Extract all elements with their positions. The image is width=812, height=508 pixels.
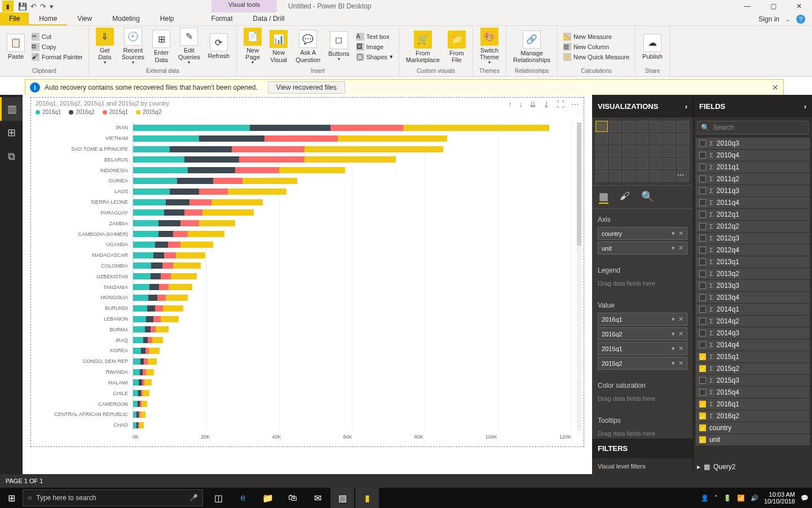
viz-type-icon[interactable] <box>595 158 608 169</box>
bar-row[interactable] <box>133 220 571 226</box>
viz-type-icon[interactable] <box>609 146 621 157</box>
checkbox[interactable] <box>699 152 706 159</box>
from-marketplace-button[interactable]: 🛒From Marketplace <box>403 29 443 64</box>
new-measure-button[interactable]: 📐New Measure <box>561 32 632 41</box>
modeling-tab[interactable]: Modeling <box>102 12 150 25</box>
powerbi-taskbar-icon[interactable]: ▮ <box>355 488 379 508</box>
report-canvas[interactable]: 2016q1, 2016q2, 2015q1 and 2015q2 by cou… <box>23 95 592 474</box>
paste-button[interactable]: 📋Paste <box>3 33 28 61</box>
mic-icon[interactable]: 🎤 <box>189 494 198 502</box>
bar-row[interactable] <box>133 337 571 343</box>
viz-type-icon[interactable] <box>650 146 662 157</box>
new-page-button[interactable]: 📄New Page▾ <box>240 27 265 67</box>
analytics-tab-icon[interactable]: 🔍 <box>641 190 654 204</box>
checkbox[interactable] <box>699 270 706 277</box>
buttons-button[interactable]: ◻Buttons▾ <box>325 30 352 63</box>
field-item[interactable]: Σ2012q4 <box>696 244 810 256</box>
table-query2[interactable]: ▸▦Query2 <box>694 459 812 474</box>
viz-type-icon[interactable] <box>677 146 689 157</box>
from-file-button[interactable]: 📁From File <box>444 29 469 64</box>
checkbox[interactable]: ✓ <box>699 365 706 372</box>
bar-row[interactable] <box>133 189 571 195</box>
viz-type-icon[interactable] <box>636 121 648 132</box>
remove-chip-icon[interactable]: ✕ <box>678 360 683 367</box>
chart-visual[interactable]: 2016q1, 2016q2, 2015q1 and 2015q2 by cou… <box>30 97 584 447</box>
well-placeholder[interactable]: Drag data fields here <box>598 428 687 439</box>
tray-up-icon[interactable]: ˄ <box>714 494 718 502</box>
file-tab[interactable]: File <box>0 12 29 25</box>
checkbox[interactable] <box>699 282 706 289</box>
new-column-button[interactable]: ▥New Column <box>561 42 632 51</box>
chart-scrollbar[interactable] <box>577 122 581 431</box>
checkbox[interactable]: ✓ <box>699 413 706 419</box>
taskbar-search[interactable]: ○Type here to search🎤 <box>23 489 203 506</box>
clock[interactable]: 10:03 AM10/10/2018 <box>764 491 795 505</box>
field-item[interactable]: Σ2012q2 <box>696 221 810 232</box>
field-item[interactable]: ✓Σ2015q1 <box>696 351 810 362</box>
datadrill-tab[interactable]: Data / Drill <box>243 12 295 25</box>
field-item[interactable]: ✓Σ2016q1 <box>696 398 810 410</box>
cut-button[interactable]: ✂Cut <box>29 32 85 41</box>
field-item[interactable]: ✓Σ2016q2 <box>696 410 810 422</box>
bar-row[interactable] <box>133 209 571 216</box>
remove-chip-icon[interactable]: ✕ <box>678 345 683 352</box>
chevron-down-icon[interactable]: ▾ <box>672 230 675 237</box>
sticky-notes-icon[interactable]: ▨ <box>330 488 354 508</box>
checkbox[interactable] <box>699 187 706 194</box>
bar-row[interactable] <box>133 422 571 428</box>
bar-row[interactable] <box>133 199 571 205</box>
viz-type-icon[interactable] <box>650 158 662 169</box>
field-item[interactable]: Σ2015q3 <box>696 375 810 386</box>
wifi-icon[interactable]: 📶 <box>737 494 745 502</box>
viz-type-icon[interactable] <box>609 133 621 144</box>
field-chip[interactable]: 2016q2▾✕ <box>598 327 687 340</box>
bar-row[interactable] <box>133 348 571 354</box>
chevron-down-icon[interactable]: ▾ <box>672 330 675 338</box>
bar-row[interactable] <box>133 178 571 184</box>
home-tab[interactable]: Home <box>29 12 67 25</box>
chevron-down-icon[interactable]: ⌄ <box>785 15 791 23</box>
format-painter-button[interactable]: 🖌Format Painter <box>29 52 85 62</box>
field-item[interactable]: Σ2014q2 <box>696 316 810 327</box>
notifications-icon[interactable]: 💬 <box>801 494 809 502</box>
field-item[interactable]: Σ2011q1 <box>696 161 810 173</box>
textbox-button[interactable]: AText box <box>354 32 395 41</box>
minimize-button[interactable]: — <box>734 0 760 12</box>
checkbox[interactable] <box>699 389 706 396</box>
chevron-down-icon[interactable]: ▾ <box>672 244 675 252</box>
close-button[interactable]: ✕ <box>786 0 812 12</box>
chevron-down-icon[interactable]: ▾ <box>672 345 675 352</box>
field-item[interactable]: Σ2010q4 <box>696 150 810 161</box>
viz-type-icon[interactable] <box>663 133 676 144</box>
field-chip[interactable]: country▾✕ <box>598 227 687 240</box>
edge-icon[interactable]: e <box>231 488 255 508</box>
format-tab-icon[interactable]: 🖌 <box>620 190 630 204</box>
field-item[interactable]: Σ2010q3 <box>696 138 810 149</box>
checkbox[interactable] <box>699 235 706 242</box>
bar-row[interactable] <box>133 262 571 269</box>
edit-queries-button[interactable]: ✎Edit Queries▾ <box>175 27 204 67</box>
viz-type-icon[interactable] <box>663 121 676 132</box>
remove-chip-icon[interactable]: ✕ <box>678 244 683 252</box>
store-icon[interactable]: 🛍 <box>281 488 304 508</box>
checkbox[interactable] <box>699 211 706 218</box>
viz-type-icon[interactable] <box>636 146 648 157</box>
refresh-button[interactable]: ⟳Refresh <box>205 32 233 60</box>
field-item[interactable]: Σ2013q1 <box>696 256 810 268</box>
checkbox[interactable]: ✓ <box>699 424 706 431</box>
field-chip[interactable]: 2015q1▾✕ <box>598 342 687 355</box>
bar-row[interactable] <box>133 125 571 131</box>
checkbox[interactable] <box>699 259 706 265</box>
viz-type-icon[interactable] <box>650 170 662 182</box>
viz-type-icon[interactable] <box>663 170 676 182</box>
file-explorer-icon[interactable]: 📁 <box>256 488 280 508</box>
checkbox[interactable] <box>699 164 706 170</box>
get-data-button[interactable]: ⇓Get Data▾ <box>92 27 117 67</box>
bar-row[interactable] <box>133 390 571 396</box>
image-button[interactable]: 🖼Image <box>354 42 395 51</box>
field-item[interactable]: Σ2014q1 <box>696 304 810 315</box>
report-view-icon[interactable]: ▥ <box>0 97 23 121</box>
viz-type-icon[interactable] <box>609 170 621 182</box>
checkbox[interactable] <box>699 140 706 147</box>
view-tab[interactable]: View <box>67 12 102 25</box>
